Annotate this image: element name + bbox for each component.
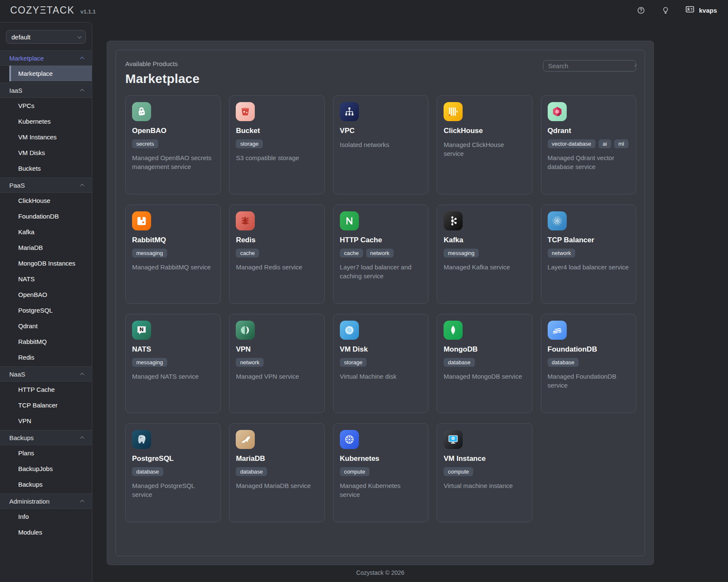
product-name: MongoDB — [444, 345, 525, 354]
sidebar-item-buckets[interactable]: Buckets — [0, 161, 92, 176]
product-tags: database — [132, 467, 214, 476]
nav-section-header[interactable]: NaaS — [0, 366, 92, 382]
product-card-rabbitmq[interactable]: RabbitMQ messaging Managed RabbitMQ serv… — [125, 205, 221, 304]
sidebar-item-redis[interactable]: Redis — [0, 349, 92, 365]
main-content: Available Products Marketplace OpenBAO s… — [92, 20, 728, 582]
product-card-mongodb[interactable]: MongoDB database Managed MongoDB service — [437, 314, 532, 413]
sidebar: default Marketplace Marketplace IaaS VPC… — [0, 22, 92, 582]
tag-ai: ai — [598, 139, 611, 148]
svg-text:N: N — [139, 327, 143, 333]
product-description: Layer4 load balancer service — [548, 263, 629, 272]
sidebar-item-tcp-balancer[interactable]: TCP Balancer — [0, 397, 92, 413]
lightbulb-icon[interactable] — [660, 5, 670, 15]
product-card-tcp-balancer[interactable]: TCP Balancer network Layer4 load balance… — [541, 205, 636, 304]
nav-item-label: NATS — [18, 275, 35, 283]
product-card-mariadb[interactable]: MariaDB database Managed MariaDB service — [229, 423, 324, 522]
search-input[interactable] — [548, 62, 632, 69]
marketplace-panel: Available Products Marketplace OpenBAO s… — [107, 41, 654, 565]
nav-section-header[interactable]: PaaS — [0, 177, 92, 193]
nav-item-label: Info — [18, 513, 29, 520]
sidebar-item-http-cache[interactable]: HTTP Cache — [0, 382, 92, 397]
product-card-postgresql[interactable]: PostgreSQL database Managed PostgreSQL s… — [125, 423, 221, 522]
nav-section-iaas: IaaS VPCs Kubernetes VM Instances VM Dis… — [0, 83, 92, 176]
sidebar-item-vpn[interactable]: VPN — [0, 413, 92, 429]
sidebar-item-backupjobs[interactable]: BackupJobs — [0, 461, 92, 477]
product-grid: OpenBAO secrets Managed OpenBAO secrets … — [125, 95, 636, 522]
sidebar-item-vm-instances[interactable]: VM Instances — [0, 129, 92, 145]
nav-section-label: IaaS — [9, 87, 22, 94]
nav-item-label: MongoDB Instances — [18, 260, 75, 267]
nav-section-header[interactable]: Administration — [0, 493, 92, 509]
product-tags: messaging — [132, 249, 214, 258]
sidebar-item-qdrant[interactable]: Qdrant — [0, 318, 92, 334]
product-description: Managed OpenBAO secrets management servi… — [132, 153, 214, 172]
product-card-vm-disk[interactable]: VM Disk storage Virtual Machine disk — [333, 314, 428, 413]
product-card-nats[interactable]: N NATS messaging Managed NATS service — [125, 314, 221, 413]
nav-section-header[interactable]: Marketplace — [0, 50, 92, 66]
sidebar-item-foundationdb[interactable]: FoundationDB — [0, 208, 92, 224]
sidebar-item-info[interactable]: Info — [0, 509, 92, 524]
product-name: Qdrant — [548, 127, 629, 135]
product-card-qdrant[interactable]: Qdrant vector-databaseaiml Managed Qdran… — [541, 95, 636, 194]
tag-network: network — [366, 249, 394, 258]
sidebar-item-postgresql[interactable]: PostgreSQL — [0, 302, 92, 318]
tag-ml: ml — [614, 139, 629, 148]
product-description: Virtual machine instance — [444, 481, 525, 490]
nav-item-label: Buckets — [18, 165, 41, 172]
product-card-bucket[interactable]: Bucket storage S3 compatible storage — [229, 95, 324, 194]
marketplace-panel-inner: Available Products Marketplace OpenBAO s… — [116, 50, 645, 556]
kafka-icon — [444, 211, 463, 230]
sidebar-item-kubernetes[interactable]: Kubernetes — [0, 114, 92, 129]
nav-item-label: Redis — [18, 354, 34, 361]
nav-item-label: OpenBAO — [18, 291, 47, 298]
nav-section-header[interactable]: Backups — [0, 430, 92, 445]
sidebar-item-modules[interactable]: Modules — [0, 524, 92, 540]
product-name: OpenBAO — [132, 127, 214, 135]
sidebar-item-nats[interactable]: NATS — [0, 271, 92, 287]
product-card-http-cache[interactable]: HTTP Cache cachenetwork Layer7 load bala… — [333, 205, 428, 304]
mariadb-icon — [236, 430, 255, 449]
product-tags: vector-databaseaiml — [548, 139, 629, 148]
product-card-openbao[interactable]: OpenBAO secrets Managed OpenBAO secrets … — [125, 95, 221, 194]
product-card-foundationdb[interactable]: FoundationDB database Managed Foundation… — [541, 314, 636, 413]
product-description: Managed Qdrant vector database service — [548, 153, 629, 172]
product-tags: network — [236, 358, 317, 367]
product-tags: database — [548, 358, 629, 367]
product-description: Managed ClickHouse service — [444, 140, 525, 158]
tag-database: database — [444, 358, 475, 367]
sidebar-item-plans[interactable]: Plans — [0, 445, 92, 461]
product-card-vpn[interactable]: VPN network Managed VPN service — [229, 314, 324, 413]
sidebar-item-mariadb[interactable]: MariaDB — [0, 240, 92, 255]
nav-section-header[interactable]: IaaS — [0, 83, 92, 98]
heading-block: Available Products Marketplace — [125, 60, 200, 86]
search-box[interactable] — [543, 60, 636, 72]
sidebar-item-clickhouse[interactable]: ClickHouse — [0, 193, 92, 208]
sidebar-item-kafka[interactable]: Kafka — [0, 224, 92, 240]
nav-item-label: MariaDB — [18, 244, 43, 251]
tag-vector-database: vector-database — [548, 139, 596, 148]
footer-text: Cozystack © 2026 — [107, 569, 654, 576]
user-menu[interactable]: kvaps — [685, 4, 717, 16]
nav-section-label: Marketplace — [9, 55, 44, 62]
nav-item-label: ClickHouse — [18, 197, 50, 204]
sidebar-item-openbao[interactable]: OpenBAO — [0, 287, 92, 302]
product-tags: cache — [236, 249, 317, 258]
vmdisk-icon — [340, 321, 359, 340]
sidebar-item-mongodb-instances[interactable]: MongoDB Instances — [0, 255, 92, 271]
product-card-redis[interactable]: Redis cache Managed Redis service — [229, 205, 324, 304]
sidebar-item-vm-disks[interactable]: VM Disks — [0, 145, 92, 161]
tenant-select[interactable]: default — [6, 30, 86, 44]
product-card-kubernetes[interactable]: Kubernetes compute Managed Kubernetes se… — [333, 423, 428, 522]
sidebar-item-marketplace[interactable]: Marketplace — [0, 66, 92, 81]
product-description: S3 compatible storage — [236, 153, 317, 162]
nav-section-paas: PaaS ClickHouse FoundationDB Kafka Maria… — [0, 177, 92, 365]
product-card-kafka[interactable]: Kafka messaging Managed Kafka service — [437, 205, 532, 304]
help-icon[interactable] — [636, 5, 646, 15]
page-title: Marketplace — [125, 72, 200, 86]
sidebar-item-vpcs[interactable]: VPCs — [0, 98, 92, 114]
product-card-vm-instance[interactable]: VM Instance compute Virtual machine inst… — [437, 423, 532, 522]
sidebar-item-backups[interactable]: Backups — [0, 477, 92, 492]
product-card-clickhouse[interactable]: ClickHouse Managed ClickHouse service — [437, 95, 532, 194]
product-card-vpc[interactable]: VPC Isolated networks — [333, 95, 428, 194]
sidebar-item-rabbitmq[interactable]: RabbitMQ — [0, 334, 92, 349]
